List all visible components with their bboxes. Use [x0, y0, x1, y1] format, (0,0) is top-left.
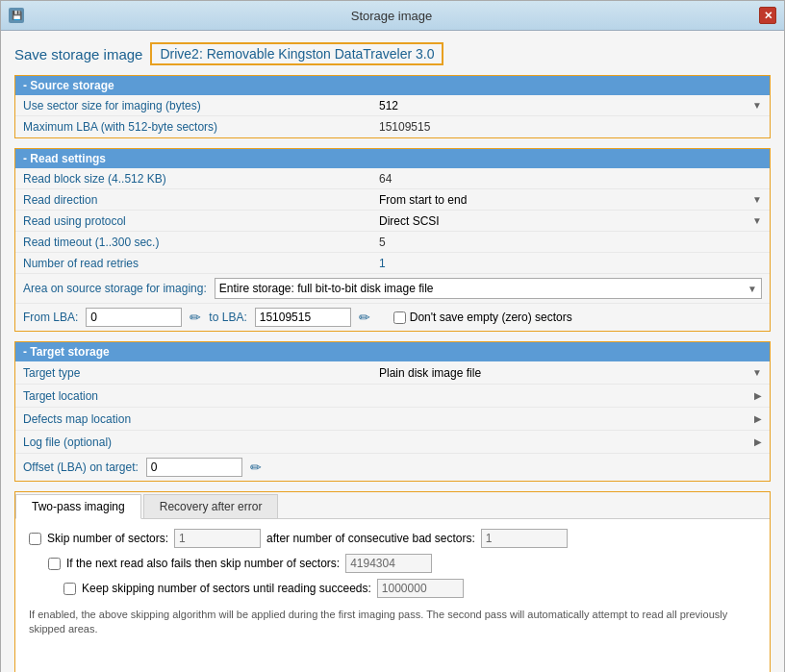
- info-text: If enabled, the above skipping algorithm…: [29, 608, 756, 637]
- target-section: - Target storage Target type Plain disk …: [14, 341, 771, 482]
- after-label: after number of consecutive bad sectors:: [266, 532, 475, 545]
- target-type-label: Target type: [23, 366, 379, 380]
- read-retries-value: 1: [379, 257, 762, 270]
- close-button[interactable]: ✕: [759, 7, 776, 24]
- max-lba-label: Maximum LBA (with 512-byte sectors): [23, 120, 379, 134]
- defects-map-label: Defects map location: [23, 412, 379, 426]
- main-content: Save storage image Drive2: Removable Kin…: [1, 31, 784, 672]
- read-timeout-label: Read timeout (1..300 sec.): [23, 236, 379, 249]
- read-protocol-value[interactable]: Direct SCSI ▼: [379, 214, 762, 228]
- skip-sectors-checkbox[interactable]: [29, 533, 41, 545]
- area-dropdown[interactable]: Entire storage: full bit-to-bit disk ima…: [215, 278, 762, 299]
- max-lba-value: 15109515: [379, 120, 762, 134]
- window-title: Storage image: [24, 9, 759, 23]
- from-lba-input[interactable]: [86, 308, 182, 327]
- source-section-header: - Source storage: [15, 76, 770, 95]
- skip-sectors-row: Skip number of sectors: after number of …: [29, 529, 756, 548]
- offset-edit-icon[interactable]: ✏: [250, 460, 262, 475]
- log-file-row: Log file (optional) ▶: [15, 431, 770, 454]
- to-lba-input[interactable]: [255, 308, 351, 327]
- sector-size-value[interactable]: 512 ▼: [379, 99, 762, 112]
- next-read-input[interactable]: [345, 554, 432, 573]
- read-protocol-row: Read using protocol Direct SCSI ▼: [15, 211, 770, 232]
- from-lba-label: From LBA:: [23, 311, 78, 324]
- target-location-value[interactable]: ▶: [379, 390, 762, 401]
- tab-two-pass[interactable]: Two-pass imaging: [15, 494, 141, 519]
- tab-bar: Two-pass imaging Recovery after error: [15, 492, 770, 519]
- keep-skipping-checkbox[interactable]: [63, 583, 76, 595]
- source-section: - Source storage Use sector size for ima…: [14, 75, 771, 138]
- max-lba-row: Maximum LBA (with 512-byte sectors) 1510…: [15, 116, 770, 137]
- app-icon: 💾: [9, 8, 24, 23]
- storage-image-window: 💾 Storage image ✕ Save storage image Dri…: [0, 0, 785, 672]
- sector-size-row: Use sector size for imaging (bytes) 512 …: [15, 95, 770, 116]
- area-label: Area on source storage for imaging:: [23, 282, 207, 295]
- keep-skipping-label: Keep skipping number of sectors until re…: [82, 582, 371, 595]
- next-read-checkbox[interactable]: [48, 558, 61, 570]
- read-section: - Read settings Read block size (4..512 …: [14, 148, 771, 332]
- tab-recovery[interactable]: Recovery after error: [143, 494, 279, 518]
- block-size-row: Read block size (4..512 KB) 64: [15, 168, 770, 189]
- header-row: Save storage image Drive2: Removable Kin…: [14, 42, 771, 65]
- area-row: Area on source storage for imaging: Enti…: [15, 274, 770, 304]
- keep-skipping-input[interactable]: [377, 579, 464, 598]
- defects-map-value[interactable]: ▶: [379, 413, 762, 424]
- area-dropdown-arrow: ▼: [747, 284, 757, 294]
- block-size-label: Read block size (4..512 KB): [23, 172, 379, 186]
- log-file-label: Log file (optional): [23, 436, 379, 449]
- target-section-header: - Target storage: [15, 342, 770, 361]
- log-file-arrow: ▶: [754, 436, 762, 447]
- read-direction-row: Read direction From start to end ▼: [15, 189, 770, 211]
- empty-sectors-wrap: Don't save empty (zero) sectors: [393, 311, 572, 324]
- tabs-container: Two-pass imaging Recovery after error Sk…: [14, 491, 771, 672]
- log-file-value[interactable]: ▶: [379, 436, 762, 447]
- read-retries-row: Number of read retries 1: [15, 253, 770, 274]
- read-direction-label: Read direction: [23, 193, 379, 207]
- read-timeout-row: Read timeout (1..300 sec.) 5: [15, 232, 770, 253]
- offset-label: Offset (LBA) on target:: [23, 460, 139, 474]
- title-bar: 💾 Storage image ✕: [1, 1, 784, 31]
- to-lba-label: to LBA:: [209, 311, 246, 324]
- read-direction-value[interactable]: From start to end ▼: [379, 193, 762, 207]
- after-input[interactable]: [481, 529, 568, 548]
- read-protocol-label: Read using protocol: [23, 214, 379, 228]
- keep-skipping-row: Keep skipping number of sectors until re…: [63, 579, 756, 598]
- empty-sectors-checkbox[interactable]: [393, 311, 406, 324]
- read-direction-arrow: ▼: [752, 194, 762, 205]
- next-read-label: If the next read also fails then skip nu…: [66, 557, 340, 570]
- defects-map-row: Defects map location ▶: [15, 408, 770, 431]
- drive-badge: Drive2: Removable Kingston DataTraveler …: [150, 42, 443, 65]
- empty-sectors-label: Don't save empty (zero) sectors: [410, 311, 572, 324]
- offset-input[interactable]: [146, 458, 242, 477]
- target-location-arrow: ▶: [754, 390, 762, 401]
- from-lba-edit-icon[interactable]: ✏: [190, 310, 201, 325]
- next-read-row: If the next read also fails then skip nu…: [48, 554, 756, 573]
- target-location-label: Target location: [23, 389, 379, 403]
- offset-row: Offset (LBA) on target: ✏: [15, 454, 770, 481]
- to-lba-edit-icon[interactable]: ✏: [359, 310, 370, 325]
- lba-row: From LBA: ✏ to LBA: ✏ Don't save empty (…: [15, 304, 770, 331]
- read-timeout-value: 5: [379, 236, 762, 249]
- target-location-row: Target location ▶: [15, 385, 770, 408]
- target-type-row: Target type Plain disk image file ▼: [15, 361, 770, 385]
- skip-sectors-label: Skip number of sectors:: [47, 532, 168, 545]
- tab-two-pass-content: Skip number of sectors: after number of …: [15, 519, 770, 672]
- target-type-value[interactable]: Plain disk image file ▼: [379, 366, 762, 380]
- read-retries-label: Number of read retries: [23, 257, 379, 270]
- block-size-value: 64: [379, 172, 762, 186]
- target-type-arrow: ▼: [752, 367, 762, 378]
- read-section-header: - Read settings: [15, 149, 770, 168]
- save-label: Save storage image: [14, 46, 142, 62]
- read-protocol-arrow: ▼: [752, 215, 762, 226]
- defects-map-arrow: ▶: [754, 413, 762, 424]
- sector-size-arrow: ▼: [752, 100, 762, 111]
- skip-sectors-input[interactable]: [174, 529, 261, 548]
- sector-size-label: Use sector size for imaging (bytes): [23, 99, 379, 112]
